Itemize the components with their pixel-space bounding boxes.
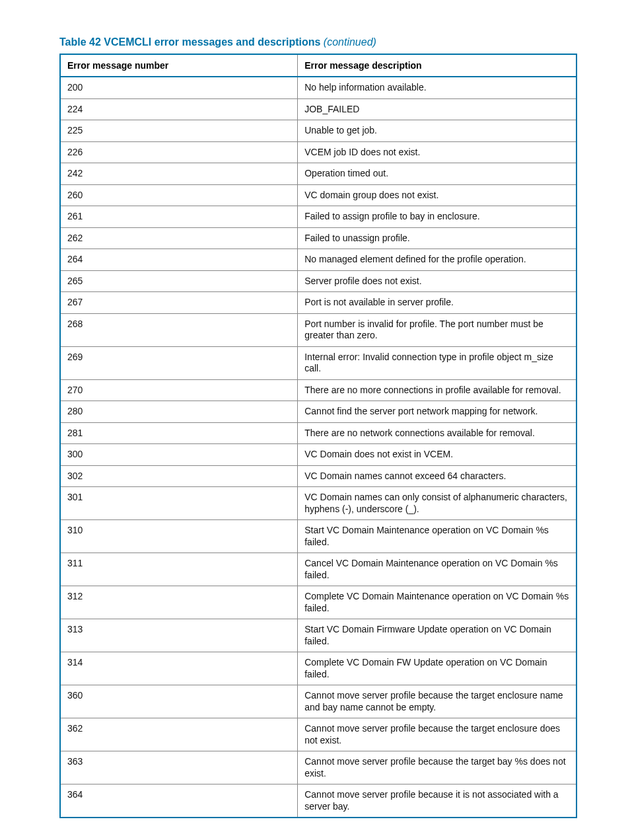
table-row: 360Cannot move server profile because th…	[60, 685, 577, 718]
error-description-cell: VC Domain names can only consist of alph…	[298, 487, 577, 520]
error-description-cell: VC Domain names cannot exceed 64 charact…	[298, 465, 577, 487]
error-description-cell: There are no more connections in profile…	[298, 379, 577, 401]
table-row: 362Cannot move server profile because th…	[60, 718, 577, 751]
error-number-cell: 269	[60, 346, 298, 379]
error-description-cell: Cancel VC Domain Maintenance operation o…	[298, 553, 577, 586]
error-description-cell: Failed to assign profile to bay in enclo…	[298, 206, 577, 228]
error-number-cell: 270	[60, 379, 298, 401]
error-number-cell: 300	[60, 444, 298, 466]
error-number-cell: 302	[60, 465, 298, 487]
error-number-cell: 262	[60, 227, 298, 249]
error-description-cell: Start VC Domain Maintenance operation on…	[298, 520, 577, 553]
error-description-cell: Start VC Domain Firmware Update operatio…	[298, 619, 577, 652]
error-description-cell: VC Domain does not exist in VCEM.	[298, 444, 577, 466]
error-number-cell: 364	[60, 784, 298, 818]
error-number-cell: 362	[60, 718, 298, 751]
table-row: 310Start VC Domain Maintenance operation…	[60, 520, 577, 553]
table-row: 313Start VC Domain Firmware Update opera…	[60, 619, 577, 652]
error-number-cell: 242	[60, 163, 298, 185]
error-number-cell: 363	[60, 751, 298, 784]
error-number-cell: 314	[60, 652, 298, 685]
error-description-cell: Internal error: Invalid connection type …	[298, 346, 577, 379]
table-row: 363Cannot move server profile because th…	[60, 751, 577, 784]
table-row: 312Complete VC Domain Maintenance operat…	[60, 586, 577, 619]
error-description-cell: VCEM job ID does not exist.	[298, 141, 577, 163]
table-row: 200No help information available.	[60, 77, 577, 98]
error-description-cell: Cannot find the server port network mapp…	[298, 401, 577, 423]
table-row: 311Cancel VC Domain Maintenance operatio…	[60, 553, 577, 586]
table-row: 270There are no more connections in prof…	[60, 379, 577, 401]
table-row: 280Cannot find the server port network m…	[60, 401, 577, 423]
error-description-cell: Cannot move server profile because the t…	[298, 751, 577, 784]
col-header-description: Error message description	[298, 54, 577, 77]
table-row: 225Unable to get job.	[60, 120, 577, 142]
error-description-cell: Port number is invalid for profile. The …	[298, 313, 577, 346]
error-number-cell: 310	[60, 520, 298, 553]
error-description-cell: Failed to unassign profile.	[298, 227, 577, 249]
error-number-cell: 200	[60, 77, 298, 98]
table-header-row: Error message number Error message descr…	[60, 54, 577, 77]
error-description-cell: Cannot move server profile because the t…	[298, 718, 577, 751]
table-row: 302VC Domain names cannot exceed 64 char…	[60, 465, 577, 487]
error-number-cell: 301	[60, 487, 298, 520]
table-row: 242Operation timed out.	[60, 163, 577, 185]
error-number-cell: 311	[60, 553, 298, 586]
error-number-cell: 261	[60, 206, 298, 228]
error-number-cell: 280	[60, 401, 298, 423]
table-title-continued: (continued)	[320, 36, 376, 48]
error-description-cell: Cannot move server profile because it is…	[298, 784, 577, 818]
error-description-cell: Server profile does not exist.	[298, 270, 577, 292]
error-table: Error message number Error message descr…	[59, 54, 577, 818]
table-row: 226VCEM job ID does not exist.	[60, 141, 577, 163]
table-row: 267Port is not available in server profi…	[60, 292, 577, 314]
table-row: 300VC Domain does not exist in VCEM.	[60, 444, 577, 466]
error-description-cell: Cannot move server profile because the t…	[298, 685, 577, 718]
table-row: 261Failed to assign profile to bay in en…	[60, 206, 577, 228]
error-description-cell: No managed element defined for the profi…	[298, 249, 577, 271]
error-description-cell: Unable to get job.	[298, 120, 577, 142]
table-title-main: Table 42 VCEMCLI error messages and desc…	[59, 36, 320, 48]
table-row: 264No managed element defined for the pr…	[60, 249, 577, 271]
error-description-cell: JOB_FAILED	[298, 98, 577, 120]
table-body: 200No help information available.224JOB_…	[60, 77, 577, 818]
error-number-cell: 267	[60, 292, 298, 314]
table-row: 268Port number is invalid for profile. T…	[60, 313, 577, 346]
error-number-cell: 264	[60, 249, 298, 271]
page-content: Table 42 VCEMCLI error messages and desc…	[0, 0, 630, 840]
table-row: 301VC Domain names can only consist of a…	[60, 487, 577, 520]
error-number-cell: 312	[60, 586, 298, 619]
error-number-cell: 268	[60, 313, 298, 346]
error-description-cell: Complete VC Domain Maintenance operation…	[298, 586, 577, 619]
error-number-cell: 360	[60, 685, 298, 718]
error-number-cell: 260	[60, 184, 298, 206]
table-row: 281There are no network connections avai…	[60, 422, 577, 444]
error-number-cell: 224	[60, 98, 298, 120]
error-number-cell: 226	[60, 141, 298, 163]
error-description-cell: No help information available.	[298, 77, 577, 98]
table-row: 269Internal error: Invalid connection ty…	[60, 346, 577, 379]
error-description-cell: VC domain group does not exist.	[298, 184, 577, 206]
error-number-cell: 281	[60, 422, 298, 444]
error-number-cell: 265	[60, 270, 298, 292]
table-row: 364Cannot move server profile because it…	[60, 784, 577, 818]
error-number-cell: 313	[60, 619, 298, 652]
table-row: 314Complete VC Domain FW Update operatio…	[60, 652, 577, 685]
error-description-cell: Port is not available in server profile.	[298, 292, 577, 314]
error-description-cell: Complete VC Domain FW Update operation o…	[298, 652, 577, 685]
table-row: 224JOB_FAILED	[60, 98, 577, 120]
table-row: 262Failed to unassign profile.	[60, 227, 577, 249]
table-row: 265Server profile does not exist.	[60, 270, 577, 292]
error-description-cell: Operation timed out.	[298, 163, 577, 185]
error-description-cell: There are no network connections availab…	[298, 422, 577, 444]
table-row: 260VC domain group does not exist.	[60, 184, 577, 206]
col-header-number: Error message number	[60, 54, 298, 77]
table-title: Table 42 VCEMCLI error messages and desc…	[59, 36, 577, 48]
error-number-cell: 225	[60, 120, 298, 142]
